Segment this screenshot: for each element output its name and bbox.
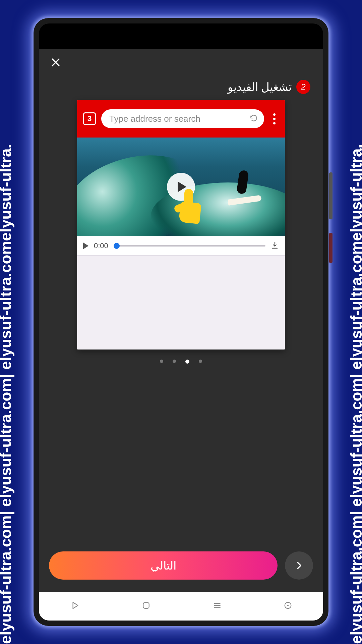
phone-side-button-volume [329, 172, 333, 219]
browser-top-bar: 3 Type address or search [77, 100, 285, 138]
page-dot[interactable] [160, 360, 163, 363]
close-button[interactable] [48, 55, 63, 70]
current-time: 0:00 [94, 241, 108, 250]
card-blank-area [77, 256, 285, 350]
browser-menu-button[interactable] [269, 113, 279, 124]
phone-frame: تشغيل الفيديو 2 3 Type address or search [34, 18, 328, 626]
step-title: تشغيل الفيديو [228, 80, 292, 94]
close-icon [50, 57, 61, 68]
page-dot[interactable] [173, 360, 176, 363]
chevron-right-icon [294, 560, 304, 571]
svg-rect-0 [143, 602, 149, 608]
watermark-left: elyusuf-ultra.com| elyusuf-ultra.com| el… [0, 0, 15, 644]
step-number-badge: 2 [296, 80, 310, 94]
dot-icon [273, 122, 276, 124]
page-indicator [39, 350, 323, 374]
seek-knob[interactable] [114, 243, 120, 249]
tab-count-button[interactable]: 3 [83, 112, 96, 125]
nav-recents-icon[interactable] [212, 600, 222, 612]
topbar [39, 49, 323, 73]
watermark-right: elyusuf-ultra.com| elyusuf-ultra.com| el… [347, 0, 362, 644]
status-bar [39, 23, 323, 49]
onboarding-card: 3 Type address or search [77, 100, 285, 350]
nav-back-icon[interactable] [69, 600, 80, 612]
address-search-input[interactable]: Type address or search [101, 109, 264, 128]
surfer-graphic [228, 167, 258, 211]
reload-icon[interactable] [249, 114, 258, 124]
mini-play-icon[interactable] [83, 243, 88, 249]
svg-point-2 [287, 605, 289, 606]
video-player-bar: 0:00 [77, 236, 285, 256]
tap-hand-icon [177, 189, 207, 229]
bottom-actions: التالي [39, 551, 323, 592]
page-dot-active[interactable] [185, 360, 189, 364]
skip-button[interactable] [285, 551, 313, 580]
step-header: تشغيل الفيديو 2 [39, 73, 323, 100]
search-placeholder: Type address or search [109, 114, 245, 124]
seek-track[interactable] [114, 245, 265, 247]
video-thumbnail[interactable] [77, 138, 285, 236]
dot-icon [273, 113, 276, 116]
download-icon[interactable] [271, 241, 279, 251]
page-dot[interactable] [199, 360, 202, 363]
phone-side-button-power [329, 233, 333, 263]
dot-icon [273, 118, 276, 120]
nav-extra-icon[interactable] [283, 601, 293, 611]
next-button[interactable]: التالي [49, 551, 278, 580]
system-nav-bar [39, 592, 323, 621]
phone-screen: تشغيل الفيديو 2 3 Type address or search [39, 23, 323, 621]
nav-home-icon[interactable] [141, 600, 151, 612]
